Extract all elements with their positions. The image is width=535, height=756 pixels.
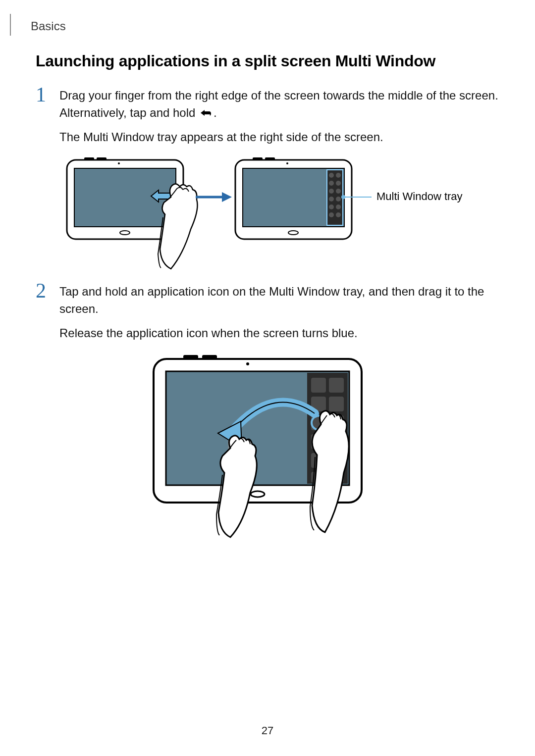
- section-title: Launching applications in a split screen…: [36, 52, 499, 70]
- page-header: Basics: [10, 17, 66, 36]
- step-1-para2: The Multi Window tray appears at the rig…: [59, 129, 499, 146]
- svg-point-24: [336, 204, 341, 209]
- svg-point-20: [336, 189, 341, 194]
- multi-window-tray-icon: [327, 170, 343, 225]
- breadcrumb: Basics: [31, 19, 66, 33]
- step-number-2: 2: [36, 280, 51, 349]
- svg-rect-35: [329, 378, 344, 393]
- figure-2: [36, 354, 499, 542]
- svg-point-15: [329, 173, 334, 178]
- svg-rect-37: [329, 397, 344, 411]
- svg-rect-2: [97, 157, 107, 160]
- svg-point-19: [329, 189, 334, 194]
- step-2-para2: Release the application icon when the sc…: [59, 325, 499, 342]
- header-divider: [10, 14, 11, 36]
- callout-label: Multi Window tray: [376, 190, 463, 202]
- svg-rect-34: [311, 378, 326, 393]
- svg-point-26: [336, 212, 341, 217]
- step-2-para1: Tap and hold an application icon on the …: [59, 283, 499, 318]
- svg-point-17: [329, 181, 334, 186]
- page-content: Launching applications in a split screen…: [36, 52, 499, 554]
- back-icon: [199, 108, 214, 118]
- step-number-1: 1: [36, 84, 51, 152]
- step-1: 1 Drag your finger from the right edge o…: [36, 87, 499, 152]
- step-2-body: Tap and hold an application icon on the …: [59, 283, 499, 349]
- transition-arrow-icon: [196, 192, 232, 202]
- svg-point-31: [246, 362, 249, 365]
- figure-1-right-tablet: [235, 157, 352, 239]
- svg-point-16: [336, 173, 341, 178]
- svg-rect-1: [84, 157, 94, 160]
- figure-1: Multi Window tray: [36, 157, 499, 271]
- svg-marker-8: [222, 192, 232, 202]
- step-2: 2 Tap and hold an application icon on th…: [36, 283, 499, 349]
- svg-point-27: [341, 195, 345, 199]
- page-number: 27: [0, 724, 535, 737]
- svg-point-12: [286, 162, 288, 164]
- svg-point-21: [329, 197, 334, 202]
- figure-2-svg: [144, 354, 391, 542]
- svg-point-3: [118, 162, 120, 164]
- step-1-body: Drag your finger from the right edge of …: [59, 87, 499, 152]
- step-1-para1-text-b: .: [214, 106, 217, 119]
- step-1-para1-text-a: Drag your finger from the right edge of …: [59, 89, 498, 119]
- step-1-para1: Drag your finger from the right edge of …: [59, 87, 499, 122]
- svg-rect-30: [202, 355, 217, 359]
- svg-point-22: [336, 197, 341, 202]
- svg-point-18: [336, 181, 341, 186]
- figure-1-svg: Multi Window tray: [64, 157, 471, 271]
- svg-point-25: [329, 212, 334, 217]
- svg-point-23: [329, 204, 334, 209]
- svg-rect-11: [265, 157, 275, 160]
- svg-rect-29: [183, 355, 198, 359]
- svg-rect-10: [253, 157, 263, 160]
